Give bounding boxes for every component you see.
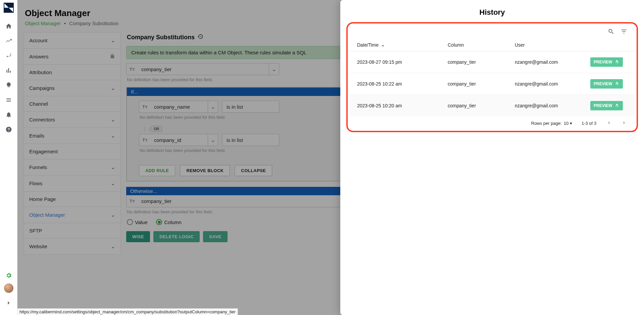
table-header: Date/Time Column User [350,39,635,51]
text-type-icon: Tᴛ [127,199,138,204]
sidebar-item-connectors[interactable]: Connectors⌄ [24,112,120,128]
chevron-down-icon: ⌄ [111,116,115,123]
cell-column: company_tier [448,81,515,87]
app-logo [4,3,14,13]
sidebar-item-account[interactable]: Account⌄ [24,33,120,49]
preview-button[interactable]: PREVIEW [590,57,623,67]
cell-user: nzangre@gmail.com [515,59,590,65]
analytics-icon[interactable] [2,49,15,62]
next-page-button[interactable] [621,120,627,127]
search-icon[interactable] [608,28,614,36]
help-icon[interactable] [2,123,15,136]
condition-operator[interactable]: is in list [222,101,279,113]
table-row: 2023-08-25 10:20 am company_tier nzangre… [350,95,635,116]
icon-rail [0,0,17,315]
sidebar-item-engagement[interactable]: Engagement [24,144,120,159]
table-row: 2023-08-27 09:15 pm company_tier nzangre… [350,51,635,73]
history-table: Date/Time Column User 2023-08-27 09:15 p… [350,39,635,129]
text-type-icon: Tᴛ [127,67,138,72]
rows-per-page-label: Rows per page: [531,121,562,126]
remove-block-button[interactable]: REMOVE BLOCK [180,165,230,176]
cell-user: nzangre@gmail.com [515,103,590,108]
cell-user: nzangre@gmail.com [515,81,590,87]
cell-column: company_tier [448,59,515,65]
or-chip: OR [151,126,162,132]
sidebar-item-flows[interactable]: Flows⌄ [24,175,120,192]
add-rule-button[interactable]: ADD RULE [139,165,175,176]
preview-button[interactable]: PREVIEW [590,101,623,110]
chevron-down-icon: ⌄ [111,180,115,187]
chevron-down-icon: ⌄ [111,37,115,44]
list-icon[interactable] [2,93,15,107]
history-panel: History Date/Time Column User 2023-08-27… [340,0,644,315]
prev-page-button[interactable] [606,120,612,127]
cell-datetime: 2023-08-27 09:15 pm [357,59,448,65]
sidebar-item-home-page[interactable]: Home Page [24,192,120,207]
history-icon[interactable] [197,34,203,41]
cell-datetime: 2023-08-25 10:22 am [357,81,448,87]
sidebar-item-campaigns[interactable]: Campaigns⌄ [24,80,120,96]
sidebar-item-object-manager[interactable]: Object Manager⌄ [24,207,120,223]
chevron-down-icon: ⌄ [111,85,115,91]
output-field-select[interactable]: Tᴛ company_tier ⌄ [126,63,279,75]
col-user[interactable]: User [515,42,590,48]
lightbulb-icon[interactable] [2,78,15,92]
pagination-range: 1-3 of 3 [582,121,596,126]
drag-handle-icon[interactable]: ⋮⋮ [142,126,152,132]
bar-chart-icon[interactable] [2,64,15,77]
table-row: 2023-08-25 10:22 am company_tier nzangre… [350,73,635,95]
collapse-button[interactable]: COLLAPSE [235,165,272,176]
breadcrumb-current: Company Substitution [69,20,118,26]
cell-datetime: 2023-08-25 10:20 am [357,103,448,108]
preview-button[interactable]: PREVIEW [590,79,623,89]
sidebar-item-website[interactable]: Website⌄ [24,239,120,254]
text-type-icon: Tᴛ [139,138,151,143]
sidebar-item-channel[interactable]: Channel [24,96,120,112]
sidebar-item-emails[interactable]: Emails⌄ [24,128,120,144]
save-button[interactable]: SAVE [203,231,227,242]
condition-operator[interactable]: is in list [222,134,279,146]
user-avatar[interactable] [4,283,13,293]
history-highlight-box: Date/Time Column User 2023-08-27 09:15 p… [346,22,638,132]
chevron-down-icon: ⌄ [208,101,218,112]
delete-logic-button[interactable]: DELETE LOGIC [153,231,200,242]
chevron-down-icon: ⌄ [269,63,279,75]
filter-icon[interactable] [621,28,627,36]
col-column[interactable]: Column [448,42,515,48]
condition-field-select[interactable]: Tᴛ company_name ⌄ [139,101,218,113]
chevron-down-icon: ⌄ [111,133,115,139]
col-datetime[interactable]: Date/Time [357,42,448,48]
chevron-down-icon: ⌄ [111,164,115,170]
breadcrumb-link[interactable]: Object Manager [25,20,61,26]
home-icon[interactable] [2,19,15,33]
radio-value[interactable]: Value [127,219,147,225]
chevron-down-icon: ⌄ [208,134,218,146]
bell-icon[interactable] [2,108,15,121]
status-bar-url: https://my.calibermind.com/settings/obje… [17,308,238,315]
settings-sidebar: Account⌄AnswersAttributionCampaigns⌄Chan… [23,32,121,255]
lock-icon [110,53,115,60]
sort-desc-icon [381,43,385,47]
sidebar-item-funnels[interactable]: Funnels⌄ [24,159,120,175]
cell-column: company_tier [448,103,515,108]
radio-column[interactable]: Column [156,219,182,225]
sidebar-item-sftp[interactable]: SFTP [24,223,120,239]
sidebar-item-attribution[interactable]: Attribution [24,65,120,80]
collapse-rail-icon[interactable] [2,296,15,310]
trend-icon[interactable] [2,34,15,48]
chevron-down-icon: ⌄ [111,212,115,218]
chevron-down-icon: ⌄ [111,243,115,250]
rows-per-page-select[interactable]: 10 ▾ [564,121,572,126]
settings-icon[interactable] [2,269,15,282]
condition-field-select[interactable]: Tᴛ company_id ⌄ [139,134,218,146]
sidebar-item-answers[interactable]: Answers [24,49,120,65]
table-footer: Rows per page: 10 ▾ 1-3 of 3 [350,116,635,129]
otherwise-button[interactable]: WISE [126,231,150,242]
text-type-icon: Tᴛ [139,104,151,109]
history-title: History [340,0,644,22]
